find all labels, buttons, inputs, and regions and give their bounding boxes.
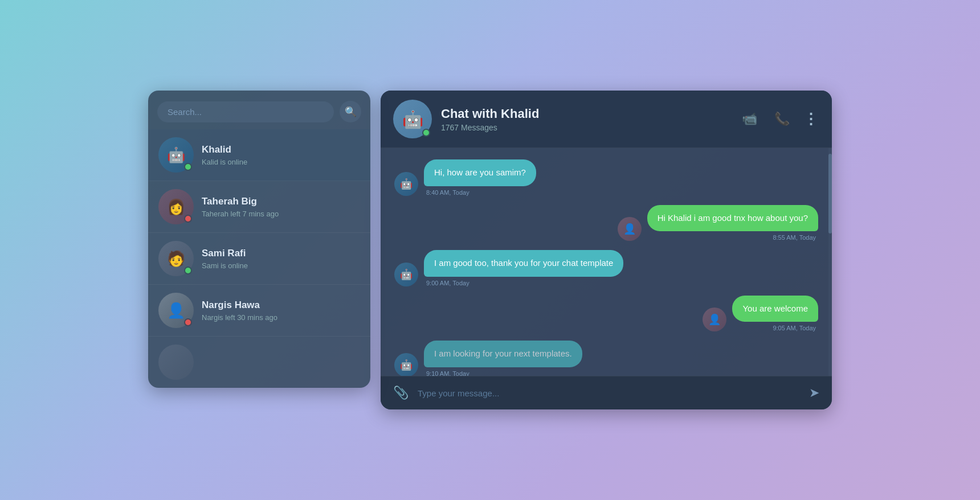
search-button[interactable]: 🔍	[340, 101, 361, 122]
chat-panel: 🤖 Chat with Khalid 1767 Messages 📹 📞 ⋮	[381, 91, 832, 409]
contact-status-sami: Sami is online	[202, 261, 360, 270]
contact-name-nargis: Nargis Hawa	[202, 300, 360, 311]
contact-avatar-wrap-taherah: 👩	[158, 189, 194, 224]
status-dot-sami	[184, 267, 192, 274]
message-row-3: 🤖 I am good too, thank you for your chat…	[394, 250, 818, 286]
bubble-wrap-1: Hi, how are you samim? 8:40 AM, Today	[424, 159, 536, 196]
message-row-1: 🤖 Hi, how are you samim? 8:40 AM, Today	[394, 159, 818, 196]
contact-item-sami[interactable]: 🧑 Sami Rafi Sami is online	[148, 233, 370, 285]
chat-header-avatar: 🤖	[393, 100, 432, 138]
msg-avatar-1: 🤖	[394, 172, 418, 196]
avatar-icon-nargis: 👤	[167, 302, 185, 319]
chat-scroll-thumb	[828, 154, 832, 233]
message-bubble-2: Hi Khalid i am good tnx how about you?	[647, 205, 818, 232]
chat-title: Chat with Khalid	[441, 106, 729, 121]
status-dot-nargis	[184, 318, 192, 326]
search-input[interactable]	[157, 101, 334, 122]
msg-out-avatar-4: 👤	[703, 308, 726, 331]
search-bar: 🔍	[148, 91, 370, 129]
phone-icon: 📞	[774, 112, 790, 126]
contact-avatar-wrap-khalid: 🤖	[158, 137, 194, 173]
message-row-4: You are welcome 9:05 AM, Today 👤	[394, 296, 818, 332]
contact-info-taherah: Taherah Big Taherah left 7 mins ago	[202, 196, 360, 218]
message-time-2: 8:55 AM, Today	[770, 234, 818, 241]
message-row-2: Hi Khalid i am good tnx how about you? 8…	[394, 205, 818, 241]
message-input-bar: 📎 ➤	[381, 376, 832, 409]
more-options-button[interactable]: ⋮	[803, 110, 819, 128]
msg-out-avatar-2: 👤	[618, 217, 642, 241]
message-bubble-4: You are welcome	[732, 296, 818, 322]
message-row-5: 🤖 I am looking for your next templates. …	[394, 341, 818, 376]
avatar-icon-taherah: 👩	[167, 198, 185, 216]
contact-info-khalid: Khalid Kalid is online	[202, 144, 360, 166]
contact-info-nargis: Nargis Hawa Nargis left 30 mins ago	[202, 300, 360, 322]
bubble-wrap-2: Hi Khalid i am good tnx how about you? 8…	[647, 205, 818, 241]
partial-contact	[148, 337, 370, 388]
message-input[interactable]	[418, 384, 800, 403]
message-bubble-5: I am looking for your next templates.	[424, 341, 582, 367]
contact-info-sami: Sami Rafi Sami is online	[202, 248, 360, 270]
contact-name-khalid: Khalid	[202, 144, 360, 155]
send-icon: ➤	[809, 386, 819, 400]
message-bubble-1: Hi, how are you samim?	[424, 159, 536, 186]
app-container: 🔍 🤖 Khalid Kalid is online 👩	[148, 91, 832, 409]
msg-avatar-3: 🤖	[394, 263, 418, 286]
header-actions: 📹 📞 ⋮	[738, 108, 819, 130]
message-bubble-3: I am good too, thank you for your chat t…	[424, 250, 623, 277]
contact-name-sami: Sami Rafi	[202, 248, 360, 259]
online-status-dot	[422, 129, 430, 137]
message-time-1: 8:40 AM, Today	[424, 189, 536, 196]
status-dot-taherah	[184, 215, 192, 223]
chat-scrollbar[interactable]	[828, 148, 832, 376]
contact-status-taherah: Taherah left 7 mins ago	[202, 210, 360, 218]
chat-title-section: Chat with Khalid 1767 Messages	[441, 106, 729, 132]
avatar-icon-khalid: 🤖	[167, 146, 185, 164]
message-time-4: 9:05 AM, Today	[770, 325, 818, 331]
contact-item-khalid[interactable]: 🤖 Khalid Kalid is online	[148, 129, 370, 181]
contacts-list: 🤖 Khalid Kalid is online 👩 Taherah Big T…	[148, 129, 370, 337]
bubble-wrap-4: You are welcome 9:05 AM, Today	[732, 296, 818, 332]
search-icon: 🔍	[345, 106, 357, 118]
msg-avatar-5: 🤖	[394, 353, 418, 376]
attach-button[interactable]: 📎	[391, 383, 411, 403]
avatar-icon-sami: 🧑	[167, 250, 185, 268]
contact-avatar-wrap-nargis: 👤	[158, 293, 194, 328]
contact-item-taherah[interactable]: 👩 Taherah Big Taherah left 7 mins ago	[148, 181, 370, 233]
contact-item-nargis[interactable]: 👤 Nargis Hawa Nargis left 30 mins ago	[148, 285, 370, 337]
contact-avatar-wrap-sami: 🧑	[158, 241, 194, 276]
message-time-3: 9:00 AM, Today	[424, 280, 623, 286]
voice-call-button[interactable]: 📞	[771, 108, 793, 130]
contact-name-taherah: Taherah Big	[202, 196, 360, 207]
partial-avatar	[158, 345, 194, 380]
bubble-wrap-3: I am good too, thank you for your chat t…	[424, 250, 623, 286]
avatar-cartoon-icon: 🤖	[402, 109, 423, 129]
video-call-button[interactable]: 📹	[738, 108, 761, 130]
send-button[interactable]: ➤	[807, 383, 822, 403]
contact-status-nargis: Nargis left 30 mins ago	[202, 313, 360, 322]
message-time-5: 9:10 AM, Today	[424, 370, 582, 376]
messages-area: 🤖 Hi, how are you samim? 8:40 AM, Today …	[381, 148, 832, 376]
paperclip-icon: 📎	[393, 386, 409, 400]
chat-header: 🤖 Chat with Khalid 1767 Messages 📹 📞 ⋮	[381, 91, 832, 148]
chat-subtitle: 1767 Messages	[441, 123, 729, 132]
video-icon: 📹	[742, 112, 757, 126]
contact-status-khalid: Kalid is online	[202, 158, 360, 166]
bubble-wrap-5: I am looking for your next templates. 9:…	[424, 341, 582, 376]
status-dot-khalid	[184, 163, 192, 171]
contacts-panel: 🔍 🤖 Khalid Kalid is online 👩	[148, 91, 370, 388]
